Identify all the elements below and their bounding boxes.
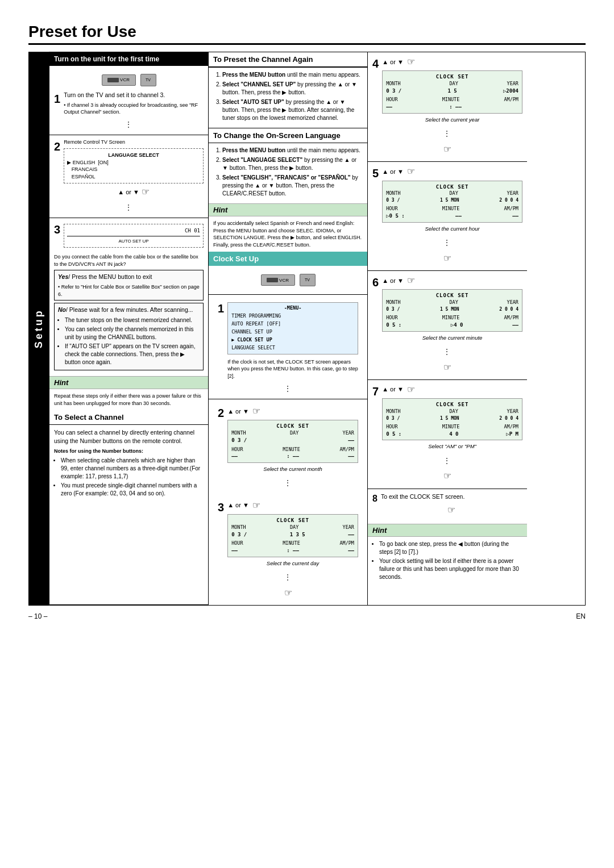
col1-step2: 2 Remote Control TV Screen LANGUAGE SELE… [49, 135, 208, 218]
clock-screen-7: CLOCK SET MONTHDAYYEAR 0 3 /1 5 MON2 0 0… [382, 398, 522, 440]
finger-icon-7b: ☞ [443, 470, 451, 482]
step3-screen: CH 01 AUTO SET UP [64, 224, 204, 248]
col1-section-header: Turn on the unit for the first time [49, 52, 208, 66]
col1-hint-text: Repeat these steps only if either there … [49, 389, 208, 410]
finger-icon-bottom: ☞ [284, 587, 292, 599]
col3-step6: 6 ▲ or ▼ ☞ CLOCK SET MONTHDAYYEAR 0 3 /1… [368, 270, 527, 379]
col2-hint-header: Hint [209, 203, 367, 216]
tv-icon: TV [140, 74, 156, 86]
column-3: 4 ▲ or ▼ ☞ CLOCK SET MONTHDAYYEAR 0 3 /1… [368, 52, 527, 605]
column-1: Turn on the unit for the first time VCR … [49, 52, 209, 605]
step7-num: 7 [372, 383, 379, 399]
step1-num: 1 [54, 91, 60, 107]
step3-question: Do you connect the cable from the cable … [54, 253, 204, 268]
to-preset-content: Press the MENU button until the main men… [209, 68, 367, 128]
setup-sidebar-label: Setup [28, 52, 49, 606]
yes-box: Yes/ Press the MENU button to exit • Ref… [54, 270, 204, 301]
step5-num: 5 [372, 165, 379, 181]
col2-hint: Hint If you accidentally select Spanish … [209, 203, 367, 252]
step4-caption: Select the current year [382, 116, 522, 123]
finger-icon-5b: ☞ [443, 252, 451, 265]
tv-icon-2: TV [300, 274, 316, 286]
menu-screen: -MENU- TIMER PROGRAMMING AUTO REPEAT [OF… [227, 302, 358, 354]
to-preset-steps: Press the MENU button until the main men… [213, 71, 363, 122]
step1-note: • If channel 3 is already occupied for b… [64, 102, 204, 116]
col3-step5: 5 ▲ or ▼ ☞ CLOCK SET MONTHDAYYEAR 0 3 /1… [368, 161, 527, 270]
col1-hint: Hint Repeat these steps only if either t… [49, 376, 208, 410]
step4-or-arrows: ▲ or ▼ [382, 58, 404, 66]
clock-screen-2: CLOCK SET MONTHDAYYEAR 0 3 /—— HOURMINUT… [227, 420, 358, 463]
clock-step2: 2 ▲ or ▼ ☞ CLOCK SET MONTHDAYYEAR 0 3 /—… [209, 399, 367, 494]
clock-step2-num: 2 [218, 405, 224, 421]
clock-screen-3: CLOCK SET MONTHDAYYEAR 0 3 /1 3 5—— HOUR… [227, 514, 358, 557]
page-number: – 10 – [28, 612, 47, 620]
step6-num: 6 [372, 274, 379, 290]
finger-icon-step3: ☞ [252, 499, 260, 512]
step1-text: Turn on the TV and set it to channel 3. [64, 91, 204, 99]
step4-num: 4 [372, 56, 379, 72]
col3-step4: 4 ▲ or ▼ ☞ CLOCK SET MONTHDAYYEAR 0 3 /1… [368, 52, 527, 161]
clock-top-devices: VCR TV [209, 266, 367, 294]
finger-icon-7: ☞ [407, 383, 415, 396]
column-2: To Preset the Channel Again Press the ME… [209, 52, 368, 605]
clock-step1-note: If the clock is not set, the CLOCK SET s… [227, 358, 358, 380]
clock-step2-caption: Select the current month [227, 465, 358, 473]
col1-to-select: To Select a Channel You can select a cha… [49, 410, 208, 502]
step2-or-arrows: ▲ or ▼ [227, 407, 249, 416]
step3-num: 3 [54, 222, 60, 237]
step2-caption: Remote Control TV Screen [64, 139, 204, 146]
col3-hint2: Hint To go back one step, press the ◀ bu… [368, 524, 527, 586]
finger-icon-6b: ☞ [443, 361, 451, 374]
col1-step3: 3 CH 01 AUTO SET UP Do you connect the c… [49, 218, 208, 376]
step6-or-arrows: ▲ or ▼ [382, 277, 404, 285]
col1-step1: VCR TV 1 Turn on the TV and set it to ch… [49, 66, 208, 135]
step7-caption: Select "AM" or "PM" [382, 443, 522, 450]
clock-step1-num: 1 [218, 301, 224, 316]
to-change-header: To Change the On-Screen Language [209, 128, 367, 143]
col1-hint-header: Hint [49, 376, 208, 389]
finger-icon-6: ☞ [407, 274, 415, 287]
to-select-header: To Select a Channel [49, 410, 208, 425]
clock-step1: 1 -MENU- TIMER PROGRAMMING AUTO REPEAT [… [209, 294, 367, 399]
no-box: No/ Please wait for a few minutes. After… [54, 303, 204, 370]
step8-text: To exit the CLOCK SET screen. [381, 493, 464, 500]
col2-clock-setup: Clock Set Up VCR TV 1 [209, 252, 367, 605]
page-title: Preset for Use [28, 23, 586, 45]
step5-caption: Select the current hour [382, 225, 522, 232]
to-change-steps: Press the MENU button until the main men… [213, 147, 363, 198]
finger-icon-2: ☞ [142, 186, 150, 198]
finger-icon-step2: ☞ [252, 405, 260, 418]
col3-hint2-header: Hint [368, 524, 527, 537]
finger-icon-4b: ☞ [443, 143, 451, 156]
clock-set-header: Clock Set Up [209, 252, 367, 266]
to-preset-header: To Preset the Channel Again [209, 52, 367, 68]
notes-bullets: When selecting cable channels which are … [54, 457, 204, 498]
col2-to-preset: To Preset the Channel Again Press the ME… [209, 52, 367, 128]
to-change-content: Press the MENU button until the main men… [209, 143, 367, 203]
no-bullets: The tuner stops on the lowest memorized … [58, 316, 200, 366]
page-lang: EN [576, 612, 586, 620]
step5-or-arrows: ▲ or ▼ [382, 168, 404, 176]
vcr-icon-2: VCR [261, 274, 295, 286]
step2-screen: LANGUAGE SELECT ▶ ENGLISH [ON] FRANCAIS … [64, 148, 204, 183]
page-bottom: – 10 – EN [28, 612, 586, 620]
step2-or: ▲ or ▼ [118, 188, 139, 197]
clock-step3-caption: Select the current day [227, 560, 358, 567]
step3-or-arrows: ▲ or ▼ [227, 501, 249, 510]
vcr-icon: VCR [102, 74, 136, 86]
to-select-text: You can select a channel by directly ent… [49, 425, 208, 502]
hint2-bullets: To go back one step, press the ◀ button … [372, 540, 522, 581]
clock-step3: 3 ▲ or ▼ ☞ CLOCK SET MONTHDAYYEAR 0 3 /1… [209, 494, 367, 605]
clock-screen-4: CLOCK SET MONTHDAYYEAR 0 3 /1 5▷2004 HOU… [382, 70, 522, 114]
step7-or-arrows: ▲ or ▼ [382, 385, 404, 394]
col2-to-change: To Change the On-Screen Language Press t… [209, 128, 367, 203]
step8-num: 8 [372, 493, 377, 505]
finger-icon-8: ☞ [447, 504, 455, 516]
col3-step8: 8 To exit the CLOCK SET screen. ☞ [368, 489, 527, 524]
step6-caption: Select the current minute [382, 334, 522, 341]
clock-step3-num: 3 [218, 499, 224, 515]
col3-hint2-content: To go back one step, press the ◀ button … [368, 537, 527, 586]
clock-screen-5: CLOCK SET MONTHDAYYEAR 0 3 /1 5 MON2 0 0… [382, 181, 522, 223]
col2-hint-text: If you accidentally select Spanish or Fr… [209, 216, 367, 252]
finger-icon-5: ☞ [407, 165, 415, 178]
